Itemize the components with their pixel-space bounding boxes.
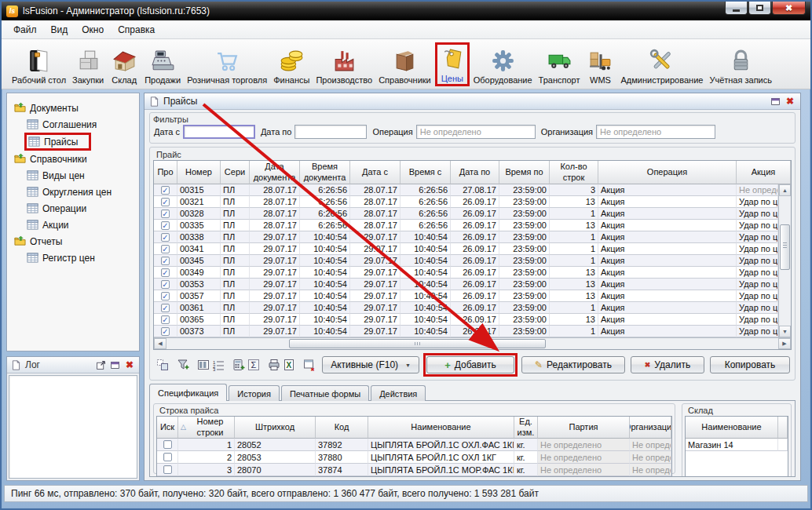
horizontal-scrollbar[interactable]: ◀ ▶ bbox=[154, 337, 791, 349]
column-header[interactable]: Время с bbox=[401, 161, 451, 184]
scroll-down-button[interactable]: ▼ bbox=[779, 326, 791, 337]
menu-item[interactable]: Файл bbox=[6, 22, 44, 38]
popout-icon[interactable] bbox=[96, 360, 106, 370]
table-row[interactable]: ✓00341ПЛ29.07.1710:40:5429.07.1710:40:54… bbox=[154, 243, 778, 255]
tree-item[interactable]: Справочники bbox=[12, 151, 90, 167]
active-filter-dropdown[interactable]: Активные (F10) ▼ bbox=[322, 356, 419, 373]
maximize-panel-icon[interactable] bbox=[110, 360, 120, 370]
table-row[interactable]: 32807037874ЦЫПЛЯТА БРОЙЛ.1С МОР.ФАС 1КГк… bbox=[157, 464, 671, 476]
add-filter-icon[interactable] bbox=[175, 358, 190, 372]
column-header[interactable]: Партия bbox=[538, 417, 630, 439]
toolbar-item-production[interactable]: Производство bbox=[313, 45, 375, 86]
row-checkbox[interactable]: ✓ bbox=[161, 221, 170, 230]
tab-1[interactable]: Спецификация bbox=[149, 384, 227, 401]
reset-layout-icon[interactable]: ✖ bbox=[302, 358, 316, 372]
scrollbar-thumb[interactable] bbox=[780, 224, 790, 270]
date-from-input[interactable] bbox=[183, 125, 255, 139]
table-row[interactable]: ✓00349ПЛ29.07.1710:40:5429.07.1710:40:54… bbox=[154, 267, 778, 279]
toolbar-item-equipment[interactable]: Оборудование bbox=[471, 45, 535, 86]
column-header[interactable]: Иск bbox=[157, 417, 178, 439]
toolbar-item-finance[interactable]: Финансы bbox=[271, 45, 312, 86]
row-checkbox[interactable]: ✓ bbox=[161, 233, 170, 242]
tree-item[interactable]: Виды цен bbox=[24, 167, 87, 184]
row-checkbox[interactable] bbox=[163, 453, 172, 461]
table-row[interactable]: ✓00338ПЛ29.07.1710:40:5429.07.1710:40:54… bbox=[154, 231, 778, 243]
table-row[interactable]: ✓00315ПЛ28.07.176:26:5628.07.176:26:5627… bbox=[154, 184, 778, 196]
tree-item[interactable]: Прайсы bbox=[24, 133, 91, 151]
close-panel-icon[interactable]: ✖ bbox=[124, 360, 135, 370]
scrollbar-track[interactable] bbox=[166, 338, 778, 349]
print-icon[interactable] bbox=[266, 358, 281, 372]
tab-4[interactable]: Действия bbox=[371, 385, 426, 401]
column-header[interactable]: Наименование bbox=[686, 417, 778, 439]
table-row[interactable]: 12805237892ЦЫПЛЯТА БРОЙЛ.1С ОХЛ.ФАС 1КГк… bbox=[157, 439, 671, 451]
column-header[interactable]: Сери bbox=[221, 161, 250, 184]
column-header[interactable]: Кол-во строк bbox=[550, 161, 598, 184]
tree-item[interactable]: Операции bbox=[24, 200, 89, 217]
row-checkbox[interactable]: ✓ bbox=[161, 280, 170, 289]
organization-input[interactable]: Не определено bbox=[596, 125, 715, 139]
row-checkbox[interactable]: ✓ bbox=[161, 198, 170, 206]
toolbar-item-wms[interactable]: WMS bbox=[584, 45, 617, 86]
close-button[interactable]: ✖ bbox=[772, 2, 806, 15]
row-checkbox[interactable] bbox=[163, 440, 172, 449]
minimize-button[interactable] bbox=[725, 2, 748, 15]
column-header[interactable]: Штрихкод bbox=[235, 417, 316, 439]
table-row[interactable]: ✓00361ПЛ29.07.1710:40:5429.07.1710:40:54… bbox=[154, 302, 778, 314]
table-row[interactable]: 22805337880ЦЫПЛЯТА БРОЙЛ.1С ОХЛ 1КГкг.Не… bbox=[157, 451, 671, 464]
add-button[interactable]: + Добавить bbox=[426, 356, 514, 373]
column-header[interactable]: Ед. изм. bbox=[514, 417, 538, 439]
tree-item[interactable]: Документы bbox=[12, 100, 81, 116]
tree-item[interactable]: Соглашения bbox=[24, 116, 99, 133]
row-checkbox[interactable]: ✓ bbox=[161, 315, 170, 324]
tree-item[interactable]: Округления цен bbox=[24, 184, 114, 200]
menu-item[interactable]: Справка bbox=[111, 22, 162, 38]
maximize-panel-icon[interactable] bbox=[770, 97, 781, 107]
scroll-up-button[interactable]: ▲ bbox=[779, 184, 791, 196]
delete-button[interactable]: ✖ Удалить bbox=[631, 356, 704, 373]
toolbar-item-prices[interactable]: Цены bbox=[435, 42, 470, 86]
row-checkbox[interactable]: ✓ bbox=[161, 209, 170, 218]
tree-item[interactable]: Регистр цен bbox=[24, 250, 97, 266]
column-header[interactable]: Дата по bbox=[451, 161, 499, 184]
copy-button[interactable]: Копировать bbox=[710, 356, 790, 373]
row-checkbox[interactable]: ✓ bbox=[161, 186, 170, 195]
export-excel-icon[interactable]: X bbox=[281, 358, 296, 372]
scrollbar-track[interactable] bbox=[779, 196, 791, 326]
row-checkbox[interactable]: ✓ bbox=[161, 292, 170, 301]
menu-item[interactable]: Вид bbox=[44, 22, 75, 38]
column-header[interactable]: Про bbox=[154, 161, 177, 184]
column-header[interactable]: Операция bbox=[598, 161, 737, 184]
tab-2[interactable]: История bbox=[229, 385, 280, 401]
table-row[interactable]: ✓00353ПЛ29.07.1710:40:5429.07.1710:40:54… bbox=[154, 279, 778, 290]
tree-item[interactable]: Отчеты bbox=[12, 233, 64, 250]
row-checkbox[interactable]: ✓ bbox=[161, 327, 170, 336]
scrollbar-thumb[interactable] bbox=[289, 339, 546, 348]
row-checkbox[interactable]: ✓ bbox=[161, 257, 170, 265]
table-row[interactable]: ✓00345ПЛ29.07.1710:40:5429.07.1710:40:54… bbox=[154, 255, 778, 267]
calculator-icon[interactable] bbox=[231, 358, 246, 372]
column-header[interactable]: Дата документа bbox=[250, 161, 300, 184]
column-header[interactable]: Акция bbox=[737, 161, 791, 184]
date-to-input[interactable] bbox=[294, 125, 367, 139]
toolbar-item-retail[interactable]: Розничная торговля bbox=[185, 45, 269, 86]
tree-item[interactable]: Акции bbox=[24, 217, 71, 233]
toolbar-item-reference[interactable]: Справочники bbox=[376, 45, 433, 86]
row-checkbox[interactable] bbox=[163, 465, 172, 474]
toolbar-item-purchases[interactable]: Закупки bbox=[70, 45, 106, 86]
toolbar-item-account[interactable]: Учётная запись bbox=[707, 45, 774, 86]
table-row[interactable]: ✓00328ПЛ28.07.176:26:5628.07.176:26:5626… bbox=[154, 208, 778, 220]
column-header[interactable]: Время документа bbox=[300, 161, 350, 184]
table-row[interactable]: Магазин 14 bbox=[686, 439, 788, 451]
column-header[interactable]: Номер bbox=[177, 161, 221, 184]
columns-icon[interactable] bbox=[196, 358, 210, 372]
column-header[interactable]: Наименование bbox=[368, 417, 514, 439]
row-numbers-icon[interactable]: 123 bbox=[210, 358, 225, 372]
column-header[interactable]: △Номер строки bbox=[178, 417, 235, 439]
tab-3[interactable]: Печатные формы bbox=[281, 385, 369, 401]
vertical-scrollbar[interactable]: ▲ ▼ bbox=[778, 184, 791, 337]
edit-button[interactable]: ✎ Редактировать bbox=[521, 356, 625, 373]
table-row[interactable]: ✓00373ПЛ29.07.1710:40:5429.07.1710:40:54… bbox=[154, 326, 778, 337]
table-row[interactable]: ✓00335ПЛ28.07.176:26:5628.07.176:26:5626… bbox=[154, 220, 778, 231]
row-checkbox[interactable]: ✓ bbox=[161, 245, 170, 253]
